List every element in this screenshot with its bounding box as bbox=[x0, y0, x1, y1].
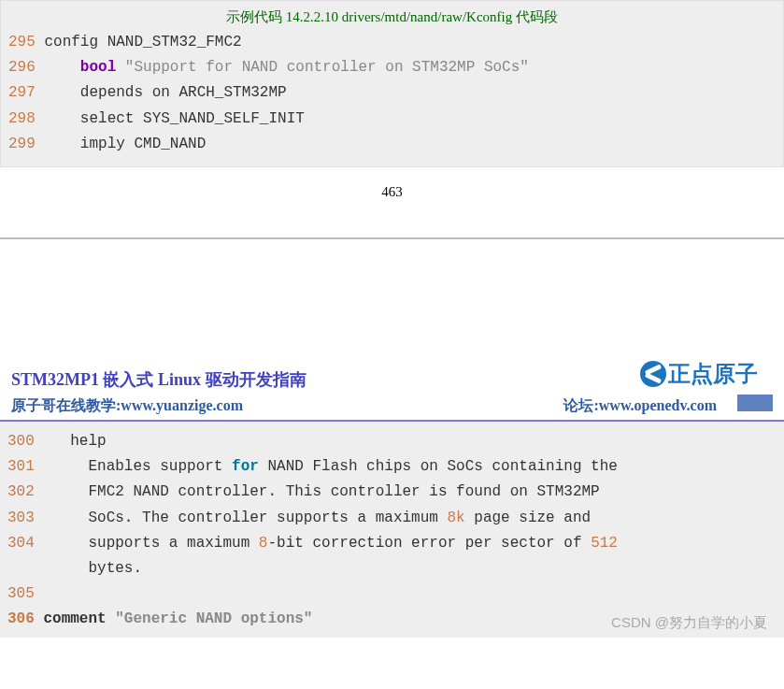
bottom-code-block: 300 help 301 Enables support for NAND Fl… bbox=[0, 422, 784, 639]
top-code-block: 示例代码 14.2.2.10 drivers/mtd/nand/raw/Kcon… bbox=[0, 0, 784, 167]
header-accent bbox=[737, 395, 773, 411]
page-number: 463 bbox=[0, 167, 784, 209]
sub-header: 原子哥在线教学:www.yuanzige.com 论坛:www.openedv.… bbox=[0, 393, 784, 422]
brand-logo: 正点原子 bbox=[640, 359, 758, 389]
doc-title: STM32MP1 嵌入式 Linux 驱动开发指南 bbox=[11, 370, 306, 389]
page-separator bbox=[0, 237, 784, 361]
doc-header: STM32MP1 嵌入式 Linux 驱动开发指南 正点原子 bbox=[0, 361, 784, 393]
code-title: 示例代码 14.2.2.10 drivers/mtd/nand/raw/Kcon… bbox=[8, 5, 776, 30]
logo-text: 正点原子 bbox=[668, 359, 758, 389]
logo-icon bbox=[640, 361, 666, 387]
code-lines-top: 295 config NAND_STM32_FMC2 296 bool "Sup… bbox=[8, 30, 776, 157]
csdn-watermark: CSDN @努力自学的小夏 bbox=[611, 614, 767, 632]
teaching-link: 原子哥在线教学:www.yuanzige.com bbox=[11, 396, 243, 416]
